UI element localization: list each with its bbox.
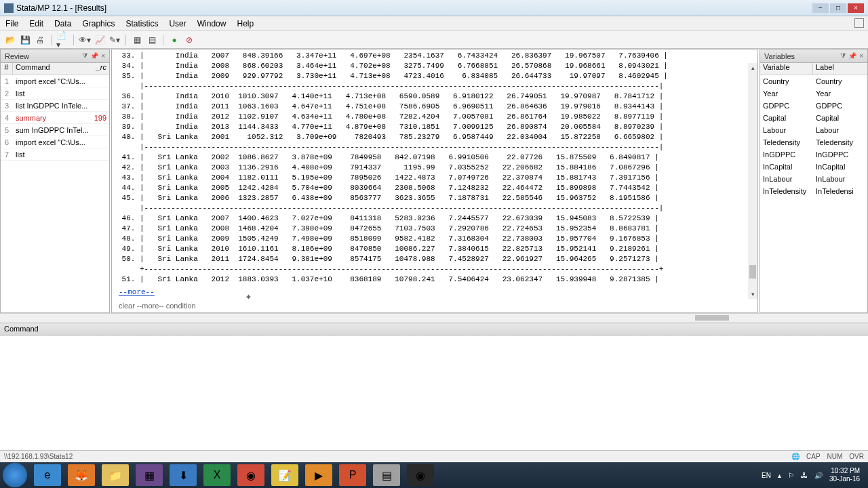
taskbar-notes-icon[interactable]: 📝 xyxy=(271,464,298,486)
tray-volume-icon[interactable]: 🔊 xyxy=(814,472,823,479)
statusbar: \\192.168.1.93\Stata12 🌐 CAP NUM OVR xyxy=(0,450,868,462)
variable-item[interactable]: TeledensityTeledensity xyxy=(760,136,867,148)
variables-header: Variables ⧩ 📌 × xyxy=(760,49,867,63)
minimize-button[interactable]: − xyxy=(812,3,829,13)
taskbar-firefox-icon[interactable]: 🦊 xyxy=(68,464,95,486)
variable-item[interactable]: InTeledensityInTeledensi xyxy=(760,185,867,197)
mdi-restore-button[interactable] xyxy=(854,18,864,28)
status-ovr: OVR xyxy=(849,453,864,460)
main-area: Review ⧩ 📌 × # Command _rc 1import excel… xyxy=(0,49,868,313)
review-header: Review ⧩ 📌 × xyxy=(1,49,109,63)
variables-title: Variables xyxy=(764,52,795,60)
variables-list: CountryCountryYearYearGDPPCGDPPCCapitalC… xyxy=(760,75,867,197)
results-output[interactable]: 33. | India 2007 848.39166 3.347e+11 4.6… xyxy=(112,49,757,312)
menu-statistics[interactable]: Statistics xyxy=(125,19,158,28)
print-icon[interactable]: 🖨 xyxy=(34,34,46,46)
menu-help[interactable]: Help xyxy=(237,19,254,28)
taskbar-ie-icon[interactable]: e xyxy=(34,464,61,486)
menu-graphics[interactable]: Graphics xyxy=(82,19,115,28)
menu-edit[interactable]: Edit xyxy=(29,19,43,28)
taskbar-app1-icon[interactable]: ▦ xyxy=(136,464,163,486)
scroll-down-icon[interactable]: ▾ xyxy=(748,289,757,299)
variable-item[interactable]: CapitalCapital xyxy=(760,112,867,124)
taskbar-download-icon[interactable]: ⬇ xyxy=(170,464,197,486)
command-input[interactable] xyxy=(0,336,868,458)
tray-network-icon[interactable]: 🖧 xyxy=(801,472,808,479)
results-hscroll-region xyxy=(0,313,868,323)
break-icon[interactable]: ⊘ xyxy=(183,34,195,46)
taskbar-notepad-icon[interactable]: ▤ xyxy=(373,464,400,486)
taskbar-powerpoint-icon[interactable]: P xyxy=(339,464,366,486)
col-rc[interactable]: _rc xyxy=(93,63,109,75)
tray-action-icon[interactable]: ⚐ xyxy=(788,472,794,479)
review-item[interactable]: 1import excel "C:\Us... xyxy=(1,75,109,87)
panel-close-icon[interactable]: × xyxy=(859,52,863,60)
menu-data[interactable]: Data xyxy=(54,19,71,28)
review-item[interactable]: 2list xyxy=(1,87,109,100)
taskbar-chrome-icon[interactable]: ◉ xyxy=(237,464,264,486)
save-icon[interactable]: 💾 xyxy=(19,34,31,46)
log-icon[interactable]: 📄▾ xyxy=(56,34,68,46)
cursor-icon: ⌖ xyxy=(246,292,251,302)
col-label[interactable]: Label xyxy=(813,63,867,75)
tray-time: 10:32 PM xyxy=(829,467,860,475)
tray-clock[interactable]: 10:32 PM 30-Jan-16 xyxy=(829,467,860,483)
variable-item[interactable]: LabourLabour xyxy=(760,124,867,136)
pin-icon[interactable]: 📌 xyxy=(848,52,856,60)
data-editor-icon[interactable]: ▦ xyxy=(131,34,143,46)
review-item[interactable]: 5sum InGDPPC InTel... xyxy=(1,124,109,136)
maximize-button[interactable]: □ xyxy=(830,3,846,13)
taskbar-camera-icon[interactable]: ◉ xyxy=(407,464,434,486)
menubar: File Edit Data Graphics Statistics User … xyxy=(0,16,868,31)
filter-icon[interactable]: ⧩ xyxy=(840,52,846,60)
review-item[interactable]: 3list InGDPPC InTele... xyxy=(1,100,109,112)
scrollbar-vertical[interactable]: ▴ ▾ xyxy=(748,63,757,299)
review-columns: # Command _rc xyxy=(1,63,109,75)
graph-icon[interactable]: 📈 xyxy=(94,34,106,46)
variable-item[interactable]: CountryCountry xyxy=(760,75,867,87)
viewer-icon[interactable]: 👁▾ xyxy=(79,34,91,46)
status-path: \\192.168.1.93\Stata12 xyxy=(4,453,73,460)
hscroll-thumb[interactable] xyxy=(695,315,729,321)
col-variable[interactable]: Variable xyxy=(760,63,813,75)
more-link[interactable]: --more-- xyxy=(119,288,155,296)
review-list: 1import excel "C:\Us...2list3list InGDPP… xyxy=(1,75,109,161)
pin-icon[interactable]: 📌 xyxy=(90,52,98,60)
close-button[interactable]: × xyxy=(848,3,864,13)
variable-item[interactable]: GDPPCGDPPC xyxy=(760,100,867,112)
menu-user[interactable]: User xyxy=(169,19,186,28)
variable-item[interactable]: InGDPPCInGDPPC xyxy=(760,148,867,161)
separator xyxy=(73,35,74,45)
data-browser-icon[interactable]: ▤ xyxy=(146,34,158,46)
review-item[interactable]: 7list xyxy=(1,148,109,161)
separator xyxy=(163,35,163,45)
do-editor-icon[interactable]: ✎▾ xyxy=(108,34,121,46)
open-icon[interactable]: 📂 xyxy=(4,34,16,46)
tray-up-icon[interactable]: ▴ xyxy=(778,472,781,479)
taskbar-excel-icon[interactable]: X xyxy=(203,464,231,486)
panel-close-icon[interactable]: × xyxy=(101,52,105,60)
continue-icon[interactable]: ● xyxy=(168,34,180,46)
review-item[interactable]: 4summary199 xyxy=(1,112,109,124)
variable-item[interactable]: YearYear xyxy=(760,87,867,100)
scrollbar-horizontal[interactable] xyxy=(665,314,760,322)
tray-lang[interactable]: EN xyxy=(762,472,771,479)
scroll-up-icon[interactable]: ▴ xyxy=(748,63,757,73)
system-tray[interactable]: EN ▴ ⚐ 🖧 🔊 10:32 PM 30-Jan-16 xyxy=(762,467,865,483)
col-number[interactable]: # xyxy=(1,63,13,75)
menu-window[interactable]: Window xyxy=(197,19,226,28)
col-command[interactable]: Command xyxy=(13,63,93,75)
tray-date: 30-Jan-16 xyxy=(829,475,860,483)
variable-item[interactable]: InCapitalInCapital xyxy=(760,161,867,173)
taskbar-explorer-icon[interactable]: 📁 xyxy=(102,464,129,486)
variables-columns: Variable Label xyxy=(760,63,867,75)
more-status: clear --more-- condition xyxy=(119,302,196,310)
start-button[interactable] xyxy=(3,463,27,487)
taskbar-media-icon[interactable]: ▶ xyxy=(305,464,332,486)
variable-item[interactable]: InLabourInLabour xyxy=(760,173,867,185)
menu-file[interactable]: File xyxy=(5,19,18,28)
scroll-thumb[interactable] xyxy=(749,265,756,279)
review-item[interactable]: 6import excel "C:\Us... xyxy=(1,136,109,148)
filter-icon[interactable]: ⧩ xyxy=(82,52,87,60)
variables-panel: Variables ⧩ 📌 × Variable Label CountryCo… xyxy=(760,49,868,313)
